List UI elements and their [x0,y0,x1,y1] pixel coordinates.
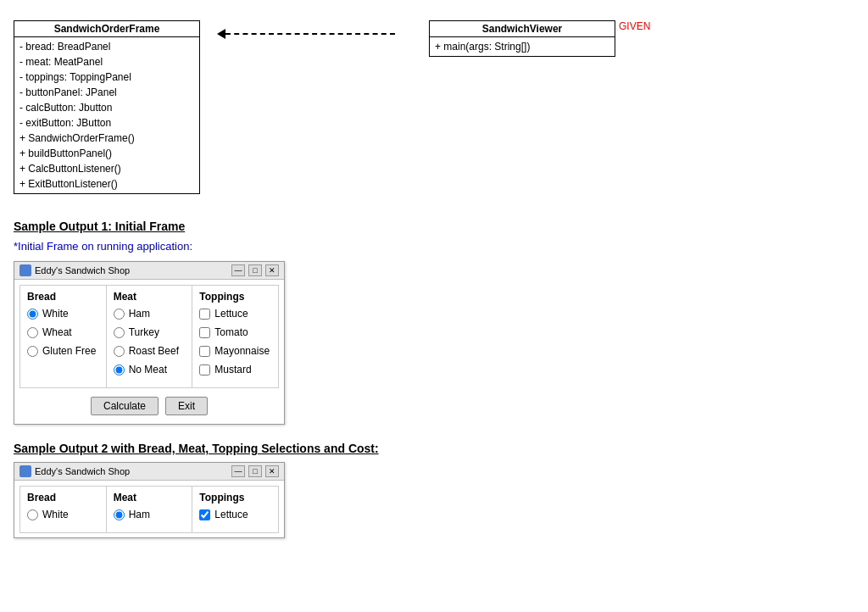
bread-panel-2: Bread White [20,487,106,532]
bread-panel-1: Bread White Wheat Gluten Free [20,286,106,387]
uml-arrow [200,20,412,39]
uml-attr-1: - bread: BreadPanel [19,39,194,54]
uml-right-box: SandwichViewer + main(args: String[]) [429,20,615,57]
window-icon-1 [19,264,31,276]
titlebar-1: Eddy's Sandwich Shop — □ ✕ [14,262,284,280]
arrow-head-icon [217,29,225,39]
window-icon-2 [19,465,31,477]
topping-lettuce-check-1[interactable] [199,309,210,320]
meat-nomeat-radio-1[interactable] [114,364,125,376]
uml-right-method-1: + main(args: String[]) [435,39,609,54]
uml-attr-2: - meat: MeatPanel [19,54,194,70]
section2-heading: Sample Output 2 with Bread, Meat, Toppin… [14,442,854,455]
section1-heading: Sample Output 1: Initial Frame [14,220,854,233]
calculate-button-1[interactable]: Calculate [91,397,159,415]
uml-attr-3: - toppings: ToppingPanel [19,70,194,85]
bread-wheat-1[interactable]: Wheat [27,326,99,338]
bread-white-radio-1[interactable] [27,309,38,320]
dashed-line-shape [225,33,395,35]
topping-lettuce-1[interactable]: Lettuce [199,308,271,320]
bread-panel-title-1: Bread [27,291,99,303]
titlebar-controls-1: — □ ✕ [231,264,279,276]
given-label: GIVEN [619,20,650,32]
window-title-2: Eddy's Sandwich Shop [35,466,130,476]
toppings-panel-title-2: Toppings [199,492,271,504]
meat-nomeat-1[interactable]: No Meat [114,364,186,376]
titlebar-controls-2: — □ ✕ [231,465,279,477]
bread-glutenfree-1[interactable]: Gluten Free [27,345,99,357]
close-button-2[interactable]: ✕ [265,465,279,477]
panels-row-2: Bread White Meat Ham Toppings Lettuce [19,486,279,533]
panels-row-1: Bread White Wheat Gluten Free Meat Ham [19,285,279,388]
window-content-2: Bread White Meat Ham Toppings Lettuce [14,481,284,538]
uml-method-3: + CalcButtonListener() [19,161,194,176]
meat-roastbeef-radio-1[interactable] [114,346,125,357]
bread-white-radio-2[interactable] [27,509,38,520]
toppings-panel-2: Toppings Lettuce [192,487,278,532]
uml-method-1: + SandwichOrderFrame() [19,131,194,146]
titlebar-title-1: Eddy's Sandwich Shop [19,264,130,276]
dashed-arrow-shape [217,29,395,39]
meat-panel-2: Meat Ham [106,487,192,532]
uml-left-title: SandwichOrderFrame [14,21,199,37]
uml-attr-4: - buttonPanel: JPanel [19,85,194,100]
mock-window-1: Eddy's Sandwich Shop — □ ✕ Bread White W… [14,261,285,425]
minimize-button-1[interactable]: — [231,264,245,276]
uml-right-title: SandwichViewer [430,21,615,37]
toppings-panel-title-1: Toppings [199,291,271,303]
bread-wheat-radio-1[interactable] [27,327,38,338]
uml-diagram: SandwichOrderFrame - bread: BreadPanel -… [14,20,854,194]
topping-lettuce-2[interactable]: Lettuce [199,509,271,520]
meat-ham-radio-2[interactable] [114,509,125,520]
bread-white-2[interactable]: White [27,509,99,520]
exit-button-1[interactable]: Exit [165,397,208,415]
meat-panel-title-2: Meat [114,492,186,504]
topping-mustard-1[interactable]: Mustard [199,364,271,376]
meat-panel-title-1: Meat [114,291,186,303]
toppings-panel-1: Toppings Lettuce Tomato Mayonnaise Musta… [192,286,278,387]
titlebar-2: Eddy's Sandwich Shop — □ ✕ [14,463,284,481]
topping-mayo-1[interactable]: Mayonnaise [199,345,271,357]
topping-tomato-1[interactable]: Tomato [199,326,271,338]
meat-turkey-radio-1[interactable] [114,327,125,338]
meat-ham-2[interactable]: Ham [114,509,186,520]
uml-right-body: + main(args: String[]) [430,37,615,56]
bread-white-1[interactable]: White [27,308,99,320]
button-row-1: Calculate Exit [19,393,279,419]
meat-ham-1[interactable]: Ham [114,308,186,320]
minimize-button-2[interactable]: — [231,465,245,477]
meat-ham-radio-1[interactable] [114,309,125,320]
mock-window-2: Eddy's Sandwich Shop — □ ✕ Bread White M… [14,462,285,538]
maximize-button-1[interactable]: □ [248,264,262,276]
topping-tomato-check-1[interactable] [199,327,210,338]
topping-lettuce-check-2[interactable] [199,509,210,520]
meat-turkey-1[interactable]: Turkey [114,326,186,338]
maximize-button-2[interactable]: □ [248,465,262,477]
bread-glutenfree-radio-1[interactable] [27,346,38,357]
bread-panel-title-2: Bread [27,492,99,504]
uml-left-box: SandwichOrderFrame - bread: BreadPanel -… [14,20,200,194]
uml-attr-5: - calcButton: Jbutton [19,100,194,115]
window-content-1: Bread White Wheat Gluten Free Meat Ham [14,280,284,424]
section1-subheading: *Initial Frame on running application: [14,240,854,253]
uml-method-4: + ExitButtonListener() [19,176,194,192]
uml-method-2: + buildButtonPanel() [19,146,194,161]
window-title-1: Eddy's Sandwich Shop [35,265,130,275]
titlebar-title-2: Eddy's Sandwich Shop [19,465,130,477]
uml-left-body: - bread: BreadPanel - meat: MeatPanel - … [14,37,199,193]
meat-panel-1: Meat Ham Turkey Roast Beef No Meat [106,286,192,387]
topping-mustard-check-1[interactable] [199,364,210,376]
uml-right-area: SandwichViewer + main(args: String[]) GI… [429,20,650,57]
close-button-1[interactable]: ✕ [265,264,279,276]
meat-roastbeef-1[interactable]: Roast Beef [114,345,186,357]
topping-mayo-check-1[interactable] [199,346,210,357]
uml-attr-6: - exitButton: JButton [19,115,194,131]
